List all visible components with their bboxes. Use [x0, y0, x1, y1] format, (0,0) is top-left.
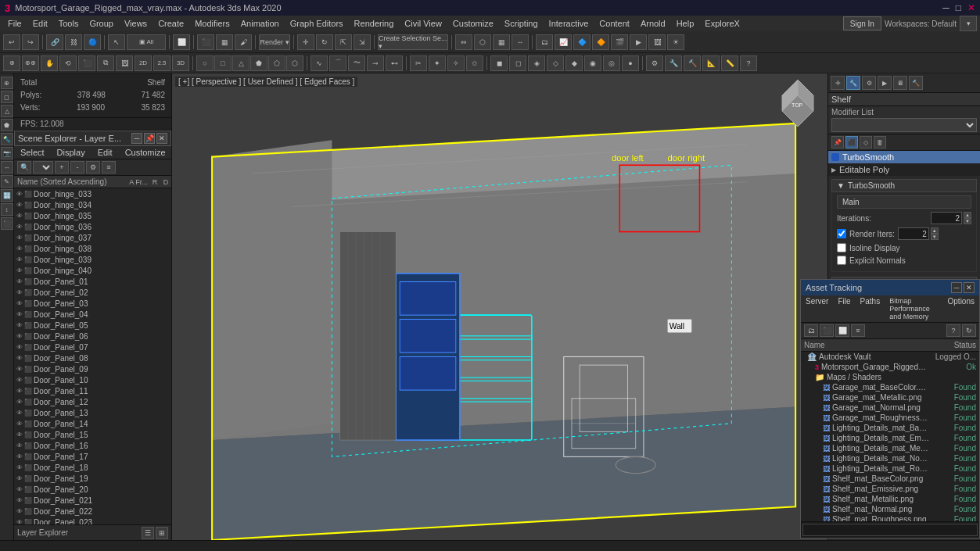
curve-editor-button[interactable]: 📈: [555, 34, 572, 50]
unlink-button[interactable]: ⛓: [65, 34, 82, 50]
move-button[interactable]: ✛: [297, 34, 314, 50]
edit-btn-1[interactable]: ✂: [410, 55, 427, 71]
se-menu-display[interactable]: Display: [51, 146, 92, 159]
select-link-button[interactable]: 🔗: [46, 34, 63, 50]
menu-arnold[interactable]: Arnold: [636, 17, 670, 30]
create-selection-button[interactable]: Create Selection Se... ▾: [378, 34, 448, 50]
scene-explorer-item[interactable]: 👁 ⬛ Door_hinge_039: [14, 254, 171, 265]
se-minimize-button[interactable]: ─: [131, 133, 142, 144]
scene-explorer-item[interactable]: 👁 ⬛ Door_hinge_037: [14, 232, 171, 243]
ap-minimize-button[interactable]: ─: [951, 282, 962, 293]
menu-customize[interactable]: Customize: [448, 17, 498, 30]
scene-explorer-item[interactable]: 👁 ⬛ Door_hinge_034: [14, 199, 171, 210]
strip-btn-6[interactable]: 📷: [1, 147, 13, 159]
menu-graph-editors[interactable]: Graph Editors: [285, 17, 348, 30]
tool-btn-2[interactable]: 🔧: [665, 55, 682, 71]
se-remove-button[interactable]: -: [70, 161, 84, 174]
strip-btn-7[interactable]: ↔: [1, 161, 13, 174]
rp-modify-icon[interactable]: 🔧: [846, 76, 860, 90]
undo-button[interactable]: ↩: [3, 34, 20, 50]
render-iters-up[interactable]: ▲: [931, 227, 939, 234]
mod-btn-8[interactable]: ●: [622, 55, 639, 71]
shape-btn-3[interactable]: △: [232, 55, 249, 71]
ap-close-button[interactable]: ✕: [964, 282, 975, 293]
select-paint-button[interactable]: 🖌: [235, 34, 252, 50]
mod-btn-2[interactable]: ◻: [509, 55, 526, 71]
strip-btn-5[interactable]: 🔦: [1, 133, 13, 145]
scale-uniform-button[interactable]: ⇲: [354, 34, 371, 50]
modifier-list-dropdown[interactable]: [831, 118, 977, 132]
scene-explorer-item[interactable]: 👁 ⬛ Door_Panel_13: [14, 407, 171, 418]
edit-btn-3[interactable]: ✧: [447, 55, 465, 71]
se-menu-customize[interactable]: Customize: [119, 146, 171, 159]
tool-btn-4[interactable]: 📐: [702, 55, 720, 71]
menu-interactive[interactable]: Interactive: [544, 17, 594, 30]
asset-item[interactable]: 3 Motorsport_Garage_Rigged_max_vray.max …: [801, 362, 979, 372]
asset-item[interactable]: 🖼 Lighting_Details_mat_Metallic.png Foun…: [801, 443, 979, 453]
asset-item[interactable]: 🖼 Garage_mat_BaseColor.png Found: [801, 382, 979, 392]
se-search-icon[interactable]: 🔍: [17, 161, 31, 174]
scene-explorer-item[interactable]: 👁 ⬛ Door_Panel_021: [14, 495, 171, 506]
rotate-button[interactable]: ↻: [316, 34, 333, 50]
menu-civil-view[interactable]: Civil View: [400, 17, 446, 30]
layer-explorer-btn-1[interactable]: ☰: [142, 527, 154, 539]
ap-menu-file[interactable]: File: [833, 295, 855, 322]
mod-stack-remove[interactable]: 🗑: [874, 136, 886, 148]
ap-tb-btn-3[interactable]: ⬜: [835, 324, 849, 337]
scene-explorer-item[interactable]: 👁 ⬛ Door_Panel_023: [14, 517, 171, 524]
render-iters-down[interactable]: ▼: [931, 234, 939, 240]
mod-btn-3[interactable]: ◈: [528, 55, 545, 71]
asset-item[interactable]: 🖼 Lighting_Details_mat_Emissive.png Foun…: [801, 433, 979, 443]
render-iters-input[interactable]: [898, 227, 929, 240]
menu-help[interactable]: Help: [672, 17, 699, 30]
pan-button[interactable]: ✋: [41, 55, 58, 71]
asset-item[interactable]: 🖼 Garage_mat_Normal.png Found: [801, 403, 979, 413]
explicit-normals-checkbox[interactable]: [837, 256, 846, 265]
scene-explorer-item[interactable]: 👁 ⬛ Door_Panel_01: [14, 276, 171, 287]
se-filter-dropdown[interactable]: [33, 161, 53, 174]
main-section-title[interactable]: Main: [837, 195, 971, 209]
asset-item[interactable]: 🖼 Shelf_mat_BaseColor.png Found: [801, 474, 979, 484]
se-add-button[interactable]: +: [55, 161, 69, 174]
tool-btn-6[interactable]: ?: [740, 55, 757, 71]
ap-tb-btn-2[interactable]: ⬛: [820, 324, 834, 337]
ap-menu-bitmap[interactable]: Bitmap Performance and Memory: [885, 295, 942, 322]
rp-utilities-icon[interactable]: 🔨: [909, 76, 923, 90]
se-settings-button[interactable]: ⚙: [86, 161, 100, 174]
zoom-button[interactable]: ⊕: [3, 55, 20, 71]
asset-item[interactable]: 🖼 Lighting_Details_mat_Normal.png Found: [801, 453, 979, 463]
menu-file[interactable]: File: [3, 17, 27, 30]
menu-rendering[interactable]: Rendering: [350, 17, 399, 30]
ap-tb-reload-btn[interactable]: ↻: [962, 324, 976, 337]
scene-explorer-item[interactable]: 👁 ⬛ Door_Panel_09: [14, 363, 171, 374]
se-close-button[interactable]: ✕: [156, 133, 167, 144]
select-region-button[interactable]: ▦: [216, 34, 233, 50]
schematic-view-button[interactable]: 🔷: [573, 34, 591, 50]
scene-explorer-item[interactable]: 👁 ⬛ Door_Panel_18: [14, 462, 171, 473]
quick-render-button[interactable]: ▶: [630, 34, 647, 50]
mod-stack-pin-button[interactable]: 📌: [831, 136, 844, 148]
strip-btn-1[interactable]: ⊕: [1, 77, 13, 89]
render-dropdown[interactable]: Render ▾: [259, 34, 290, 50]
scene-explorer-item[interactable]: 👁 ⬛ Door_Panel_10: [14, 374, 171, 385]
scene-explorer-item[interactable]: 👁 ⬛ Door_Panel_16: [14, 440, 171, 451]
scene-explorer-item[interactable]: 👁 ⬛ Door_Panel_03: [14, 298, 171, 309]
scene-explorer-item[interactable]: 👁 ⬛ Door_hinge_035: [14, 210, 171, 221]
scene-explorer-item[interactable]: 👁 ⬛ Door_Panel_04: [14, 309, 171, 320]
tool-btn-5[interactable]: 📏: [721, 55, 738, 71]
menu-edit[interactable]: Edit: [28, 17, 52, 30]
menu-animation[interactable]: Animation: [236, 17, 284, 30]
material-editor-button[interactable]: 🔶: [592, 34, 609, 50]
scale-button[interactable]: ⇱: [335, 34, 352, 50]
strip-btn-11[interactable]: ⬛: [1, 217, 13, 230]
scene-explorer-item[interactable]: 👁 ⬛ Door_Panel_02: [14, 287, 171, 298]
orbit-button[interactable]: ⟲: [59, 55, 77, 71]
viewport[interactable]: [ +] [ Perspective ] [ User Defined ] [ …: [172, 73, 827, 540]
strip-btn-9[interactable]: 🔣: [1, 189, 13, 202]
menu-modifiers[interactable]: Modifiers: [190, 17, 235, 30]
spline-btn-1[interactable]: ∿: [311, 55, 328, 71]
ap-menu-options[interactable]: Options: [943, 295, 979, 322]
scene-explorer-item[interactable]: 👁 ⬛ Door_Panel_022: [14, 506, 171, 517]
scene-explorer-item[interactable]: 👁 ⬛ Door_hinge_036: [14, 221, 171, 232]
redo-button[interactable]: ↪: [22, 34, 39, 50]
